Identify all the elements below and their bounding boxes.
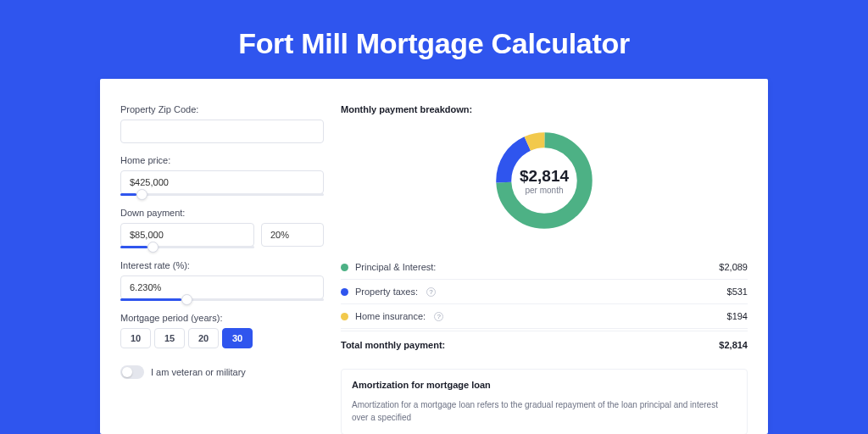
legend-dot — [341, 288, 348, 296]
down-payment-amount-input[interactable] — [120, 223, 254, 247]
down-payment-group: Down payment: — [120, 208, 324, 248]
home-price-label: Home price: — [120, 155, 324, 165]
donut-sub: per month — [520, 186, 569, 195]
zip-input[interactable] — [120, 120, 324, 143]
down-payment-label: Down payment: — [120, 208, 324, 218]
donut-chart: $2,814 per month — [341, 121, 748, 240]
slider-thumb[interactable] — [181, 294, 192, 305]
breakdown-panel: Monthly payment breakdown: $2,814 per mo… — [341, 104, 748, 434]
home-price-slider[interactable] — [120, 193, 324, 196]
help-icon[interactable]: ? — [426, 287, 436, 297]
legend-dot — [341, 313, 348, 320]
breakdown-title: Monthly payment breakdown: — [341, 104, 748, 114]
home-price-input[interactable] — [120, 170, 324, 194]
interest-rate-input[interactable] — [120, 275, 324, 299]
total-value: $2,814 — [719, 340, 748, 350]
calculator-card: Property Zip Code: Home price: Down paym… — [100, 79, 768, 434]
veteran-toggle[interactable] — [120, 365, 144, 379]
total-label: Total monthly payment: — [341, 340, 445, 350]
slider-thumb[interactable] — [136, 189, 147, 200]
mortgage-period-option-10[interactable]: 10 — [120, 328, 151, 348]
legend-row-taxes: Property taxes: ? $531 — [341, 280, 748, 304]
legend-label: Principal & Interest: — [355, 262, 436, 272]
form-panel: Property Zip Code: Home price: Down paym… — [120, 104, 324, 434]
donut-center: $2,814 per month — [520, 167, 569, 195]
zip-label: Property Zip Code: — [120, 104, 324, 114]
legend-value: $2,089 — [719, 262, 748, 272]
amortization-title: Amortization for mortgage loan — [352, 380, 737, 390]
legend-value: $194 — [727, 311, 748, 321]
total-row: Total monthly payment: $2,814 — [341, 331, 748, 364]
mortgage-period-option-15[interactable]: 15 — [154, 328, 185, 348]
page-title: Fort Mill Mortgage Calculator — [238, 27, 630, 60]
legend-label: Property taxes: — [355, 287, 418, 297]
home-price-group: Home price: — [120, 155, 324, 196]
down-payment-percent-input[interactable] — [261, 223, 324, 247]
legend-row-insurance: Home insurance: ? $194 — [341, 304, 748, 329]
legend-label: Home insurance: — [355, 311, 426, 321]
interest-rate-group: Interest rate (%): — [120, 260, 324, 301]
amortization-body: Amortization for a mortgage loan refers … — [352, 398, 737, 424]
donut-amount: $2,814 — [520, 167, 569, 186]
veteran-row: I am veteran or military — [120, 365, 324, 379]
down-payment-slider[interactable] — [120, 246, 254, 248]
mortgage-period-options: 10 15 20 30 — [120, 328, 324, 348]
mortgage-period-label: Mortgage period (years): — [120, 313, 324, 323]
legend-row-principal: Principal & Interest: $2,089 — [341, 255, 748, 280]
mortgage-period-option-20[interactable]: 20 — [188, 328, 219, 348]
zip-group: Property Zip Code: — [120, 104, 324, 143]
interest-rate-label: Interest rate (%): — [120, 260, 324, 270]
mortgage-period-group: Mortgage period (years): 10 15 20 30 — [120, 313, 324, 348]
slider-thumb[interactable] — [147, 242, 159, 253]
amortization-box: Amortization for mortgage loan Amortizat… — [341, 369, 748, 434]
legend-value: $531 — [727, 287, 748, 297]
toggle-knob — [122, 367, 132, 377]
interest-rate-slider[interactable] — [120, 298, 324, 301]
veteran-label: I am veteran or military — [151, 367, 246, 377]
help-icon[interactable]: ? — [434, 312, 443, 321]
mortgage-period-option-30[interactable]: 30 — [222, 328, 253, 348]
legend-dot — [341, 264, 348, 271]
